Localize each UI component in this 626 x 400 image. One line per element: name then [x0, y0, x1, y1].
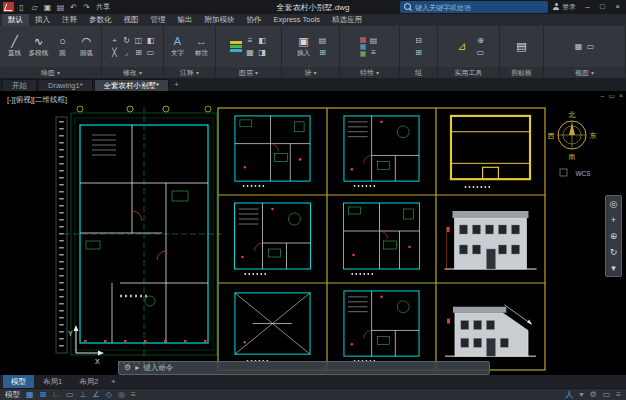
circle-tool[interactable]: ○ 圆 — [52, 35, 74, 58]
annotation-visibility-icon[interactable]: 人 — [566, 389, 574, 400]
layer-properties-icon[interactable] — [229, 41, 242, 52]
trim-icon[interactable]: ╳ — [109, 47, 121, 59]
drawing-viewport[interactable]: [-][俯视][二维线框] — [0, 91, 626, 375]
annotation-scale-dropdown-icon[interactable]: ▾ — [580, 389, 584, 400]
main-floor-plan[interactable] — [64, 106, 222, 363]
tab-default[interactable]: 默认 — [2, 14, 29, 26]
viewport-config-icon[interactable]: ▦ — [573, 41, 585, 53]
minimize-button[interactable]: – — [580, 0, 595, 13]
named-views-icon[interactable]: ▭ — [585, 41, 597, 53]
create-block-icon[interactable]: ▤ — [317, 35, 329, 47]
zoom-icon[interactable]: ⊕ — [606, 228, 621, 244]
red-swatch[interactable] — [360, 37, 366, 43]
doc-restore-icon[interactable]: ▭ — [608, 92, 615, 100]
panel-label-layers[interactable]: 图层 ▾ — [216, 67, 281, 78]
layer-freeze-icon[interactable]: ▦ — [244, 47, 256, 59]
save-icon[interactable]: ▣ — [42, 1, 53, 14]
floor-plan-cell-4[interactable] — [344, 203, 420, 274]
tab-collaborate[interactable]: 协作 — [241, 14, 268, 26]
copy-icon[interactable]: ◫ — [133, 35, 145, 47]
layout-tab-model[interactable]: 模型 — [3, 375, 34, 388]
edit-block-icon[interactable]: ⊞ — [317, 47, 329, 59]
new-tab-button[interactable]: + — [170, 79, 183, 91]
drawing-canvas[interactable]: – ▭ × — [0, 91, 626, 375]
north-compass[interactable]: 北 南 东 西 — [548, 111, 597, 160]
rotate-icon[interactable]: ↻ — [121, 35, 133, 47]
line-tool[interactable]: ╱ 直线 — [4, 35, 26, 58]
floor-plan-cell-5[interactable] — [344, 291, 419, 361]
panel-label-view[interactable]: 视图 ▾ — [544, 67, 625, 78]
color-swatches[interactable] — [360, 37, 366, 57]
close-button[interactable]: × — [610, 0, 625, 13]
group-icon[interactable]: ⊟ — [413, 35, 425, 47]
infer-constraints-icon[interactable]: ∟ — [52, 389, 60, 400]
object-snap-icon[interactable]: ◇ — [106, 389, 112, 400]
layer-isolate-icon[interactable]: ◧ — [256, 35, 268, 47]
print-icon[interactable]: ▤ — [55, 1, 66, 14]
viewport-label[interactable]: [-][俯视][二维线框] — [7, 95, 67, 104]
floor-plan-cell-2[interactable] — [344, 116, 419, 186]
polyline-tool[interactable]: ∿ 多段线 — [28, 35, 50, 58]
doc-close-icon[interactable]: × — [619, 92, 623, 100]
panel-label-clipboard[interactable]: 剪贴板 — [500, 67, 543, 78]
roof-framing-cell[interactable] — [235, 293, 310, 361]
dimension-tool[interactable]: ↔ 标注 — [191, 35, 213, 58]
lineweight-toggle-icon[interactable]: ≡ — [131, 389, 136, 400]
app-logo[interactable] — [3, 2, 14, 12]
panel-label-block[interactable]: 块 ▾ — [282, 67, 339, 78]
floor-plan-cell-1[interactable] — [235, 116, 310, 186]
file-tab-drawing1[interactable]: Drawing1* — [38, 79, 93, 91]
polar-tracking-icon[interactable]: ∠ — [93, 389, 100, 400]
maximize-button[interactable]: □ — [595, 0, 610, 13]
new-file-icon[interactable]: ▯ — [16, 1, 27, 14]
pan-icon[interactable]: + — [606, 212, 621, 228]
front-elevation-cell[interactable] — [445, 211, 537, 269]
snap-toggle-icon[interactable]: ⊞ — [40, 389, 47, 400]
move-icon[interactable]: + — [109, 35, 121, 47]
panel-label-utilities[interactable]: 实用工具 — [438, 67, 499, 78]
tab-output[interactable]: 输出 — [172, 14, 199, 26]
customize-menu-icon[interactable]: ≡ — [616, 389, 621, 400]
id-point-icon[interactable]: ⊕ — [475, 35, 487, 47]
array-icon[interactable]: ⊞ — [133, 47, 145, 59]
roof-plan-cell[interactable] — [451, 116, 530, 187]
lineweight-list-icon[interactable]: ≡ — [368, 47, 380, 59]
open-file-icon[interactable]: ▱ — [29, 1, 40, 14]
panel-label-draw[interactable]: 绘图 ▾ — [0, 67, 101, 78]
mirror-icon[interactable]: ◧ — [145, 35, 157, 47]
help-search-box[interactable] — [400, 1, 548, 13]
blue-swatch[interactable] — [360, 44, 366, 50]
fullscreen-toggle-icon[interactable]: ▭ — [603, 389, 611, 400]
erase-icon[interactable]: ▭ — [145, 47, 157, 59]
command-customize-icon[interactable]: ⚙ — [124, 362, 131, 374]
command-line[interactable]: ⚙ ▸ 键入命令 — [118, 361, 490, 375]
tab-insert[interactable]: 插入 — [29, 14, 56, 26]
new-layout-button[interactable]: + — [107, 377, 119, 386]
wcs-indicator[interactable]: WCS — [560, 169, 591, 177]
quick-select-icon[interactable]: ▭ — [475, 47, 487, 59]
share-button[interactable]: 共享 — [96, 2, 110, 12]
navbar-more-icon[interactable]: ▾ — [606, 260, 621, 276]
ungroup-icon[interactable]: ⊞ — [413, 47, 425, 59]
layer-lock-icon[interactable]: ◨ — [256, 47, 268, 59]
tab-featured-apps[interactable]: 精选应用 — [326, 14, 368, 26]
layout-tab-layout1[interactable]: 布局1 — [35, 375, 70, 388]
fillet-icon[interactable]: ◞ — [121, 47, 133, 59]
side-elevation-cell[interactable] — [445, 305, 536, 356]
file-tab-start[interactable]: 开始 — [2, 79, 37, 91]
tab-addins[interactable]: 附加模块 — [199, 14, 241, 26]
tab-express-tools[interactable]: Express Tools — [268, 14, 327, 26]
signin-label[interactable]: 登录 — [562, 2, 576, 12]
green-swatch[interactable] — [360, 51, 366, 57]
floor-plan-cell-3[interactable] — [235, 203, 311, 274]
undo-icon[interactable]: ↶ — [68, 1, 79, 14]
grid-toggle-icon[interactable]: ▦ — [26, 389, 34, 400]
object-snap-tracking-icon[interactable]: ◎ — [118, 389, 125, 400]
file-tab-active-document[interactable]: 全套农村小别墅* — [94, 79, 169, 91]
panel-label-modify[interactable]: 修改 ▾ — [102, 67, 163, 78]
navigation-wheel-icon[interactable]: ◎ — [606, 196, 621, 212]
panel-label-properties[interactable]: 特性 ▾ — [340, 67, 399, 78]
tab-manage[interactable]: 管理 — [145, 14, 172, 26]
text-tool[interactable]: A 文字 — [167, 35, 189, 58]
arc-tool[interactable]: ◠ 圆弧 — [76, 35, 98, 58]
